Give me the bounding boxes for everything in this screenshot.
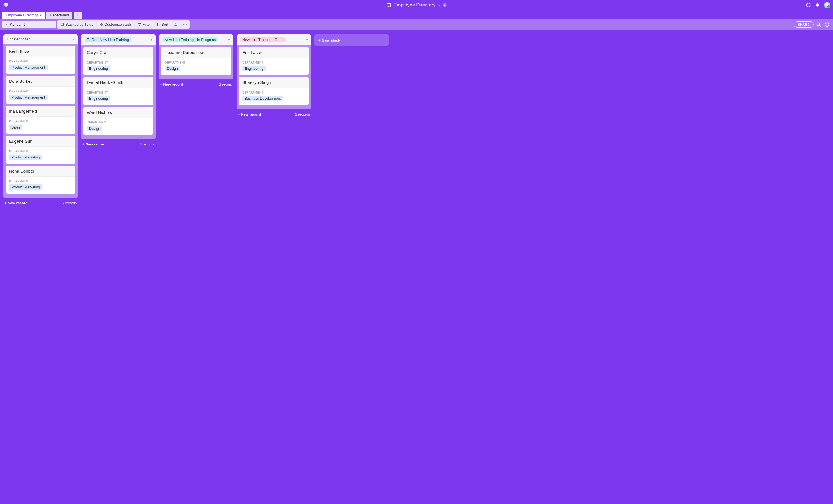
- view-name: Kanban 6: [10, 22, 26, 27]
- sort-icon: [157, 23, 160, 26]
- search-icon[interactable]: [815, 21, 822, 28]
- view-selector[interactable]: ▾ Kanban 6: [2, 21, 56, 28]
- kanban-stack: Uncategorized▾Keith BirzaDEPARTMENTProdu…: [3, 34, 78, 205]
- field-label-department: DEPARTMENT: [9, 90, 72, 93]
- record-card[interactable]: Ward NicholsDEPARTMENTDesign: [84, 107, 153, 135]
- field-label-department: DEPARTMENT: [9, 59, 72, 63]
- svg-line-14: [819, 25, 821, 27]
- help-icon[interactable]: [806, 3, 811, 8]
- card-title: Erik Lasch: [239, 47, 309, 58]
- chevron-down-icon[interactable]: ▾: [229, 38, 230, 41]
- stack-header[interactable]: New Hire Training - Done▾: [237, 34, 311, 45]
- customize-cards-button[interactable]: Customize cards: [97, 20, 135, 28]
- field-label-department: DEPARTMENT: [87, 91, 150, 94]
- tab-department[interactable]: Department: [46, 11, 72, 19]
- chevron-down-icon: ▼: [39, 14, 42, 17]
- stack-footer: + New record2 records: [237, 109, 311, 117]
- new-record-button[interactable]: + New record: [4, 201, 28, 205]
- new-stack-button[interactable]: + New stack: [314, 34, 389, 46]
- new-record-button[interactable]: + New record: [238, 112, 261, 117]
- notifications-icon[interactable]: [815, 3, 820, 8]
- card-title: Sharolyn Singh: [239, 77, 309, 88]
- avatar[interactable]: [824, 2, 830, 8]
- new-record-button[interactable]: + New record: [82, 142, 105, 146]
- chevron-down-icon[interactable]: ▾: [73, 37, 74, 41]
- field-label-department: DEPARTMENT: [242, 91, 305, 94]
- department-chip: Design: [165, 66, 180, 72]
- stack-title: Uncategorized: [7, 37, 30, 41]
- customize-cards-label: Customize cards: [104, 22, 132, 27]
- stack-footer: + New record3 records: [81, 139, 156, 146]
- department-chip: Engineering: [87, 66, 110, 72]
- record-card[interactable]: Sharolyn SinghDEPARTMENTBusiness Develop…: [239, 77, 309, 105]
- stack-cards: Erik LaschDEPARTMENTEngineeringSharolyn …: [237, 45, 311, 107]
- record-count: 5 records: [62, 201, 77, 205]
- department-chip: Business Development: [242, 96, 283, 101]
- department-chip: Engineering: [242, 66, 266, 72]
- filter-label: Filter: [143, 22, 151, 27]
- chevron-down-icon: ▾: [6, 23, 7, 26]
- app-logo-icon[interactable]: [3, 2, 9, 8]
- record-card[interactable]: Daniel Hantz-SmithDEPARTMENTEngineering: [84, 77, 153, 105]
- filter-button[interactable]: Filter: [135, 20, 154, 28]
- record-count: 3 records: [140, 143, 154, 146]
- card-title: Keith Birza: [6, 46, 75, 57]
- record-card[interactable]: Neha CooperDEPARTMENTProduct Marketing: [6, 166, 75, 194]
- department-chip: Sales: [9, 125, 22, 130]
- stack-title: To Do - New Hire Training: [85, 37, 131, 42]
- share-export-button[interactable]: [171, 20, 181, 28]
- card-title: Caryn Graff: [84, 47, 153, 58]
- stack-title: New Hire Training - In Progress: [162, 37, 218, 42]
- card-title: Roxanne Durousseau: [161, 47, 231, 58]
- stacked-by-label: Stacked by To do: [65, 22, 94, 27]
- cards-icon: [99, 23, 103, 26]
- new-record-button[interactable]: + New record: [160, 82, 183, 86]
- more-button[interactable]: [181, 20, 190, 28]
- plus-icon: +: [77, 13, 79, 17]
- toolbar: ▾ Kanban 6 Stacked by To do Customize ca…: [0, 19, 833, 30]
- record-card[interactable]: Erik LaschDEPARTMENTEngineering: [239, 47, 309, 75]
- field-label-department: DEPARTMENT: [87, 61, 150, 64]
- history-icon[interactable]: [824, 21, 831, 28]
- chevron-down-icon[interactable]: ▾: [151, 38, 152, 41]
- stack-header[interactable]: New Hire Training - In Progress▾: [159, 34, 233, 45]
- record-card[interactable]: Eugene SunDEPARTMENTProduct Marketing: [6, 136, 75, 163]
- app-title[interactable]: Employee Directory ▼ i: [386, 2, 447, 8]
- card-title: Eugene Sun: [6, 136, 75, 147]
- svg-rect-8: [100, 25, 101, 26]
- topbar: Employee Directory ▼ i: [0, 0, 833, 10]
- tab-employee-directory[interactable]: Employee Directory ▼: [2, 11, 45, 19]
- tab-add[interactable]: +: [73, 11, 82, 19]
- department-chip: Product Marketing: [9, 154, 42, 160]
- record-card[interactable]: Caryn GraffDEPARTMENTEngineering: [84, 47, 153, 75]
- info-icon[interactable]: i: [443, 3, 447, 7]
- app-title-text: Employee Directory: [394, 2, 435, 8]
- stack-header[interactable]: Uncategorized▾: [3, 34, 78, 44]
- record-card[interactable]: Ina LangenfeldDEPARTMENTSales: [6, 106, 75, 134]
- field-label-department: DEPARTMENT: [87, 121, 150, 124]
- chevron-down-icon: ▼: [438, 4, 441, 7]
- department-chip: Engineering: [87, 96, 110, 101]
- svg-point-12: [186, 24, 187, 25]
- field-label-department: DEPARTMENT: [9, 149, 72, 153]
- card-title: Ina Langenfeld: [6, 106, 75, 117]
- svg-point-13: [816, 23, 819, 25]
- svg-rect-9: [101, 25, 103, 26]
- stacked-by-button[interactable]: Stacked by To do: [57, 20, 97, 28]
- record-card[interactable]: Keith BirzaDEPARTMENTProduct Management: [6, 46, 75, 74]
- card-title: Ward Nichols: [84, 107, 153, 118]
- stack-footer: + New record1 record: [159, 79, 233, 86]
- svg-rect-7: [101, 23, 103, 24]
- record-card[interactable]: Dora BurketDEPARTMENTProduct Management: [6, 76, 75, 104]
- tab-label: Employee Directory: [6, 13, 38, 17]
- chevron-down-icon[interactable]: ▾: [306, 38, 308, 41]
- stack-title: New Hire Training - Done: [240, 37, 286, 42]
- share-button[interactable]: SHARE: [794, 22, 814, 28]
- record-card[interactable]: Roxanne DurousseauDEPARTMENTDesign: [161, 47, 231, 75]
- sort-button[interactable]: Sort: [154, 20, 171, 28]
- share-icon: [174, 23, 177, 26]
- stack-header[interactable]: To Do - New Hire Training▾: [81, 34, 156, 45]
- svg-point-11: [185, 24, 185, 25]
- kanban-board: Uncategorized▾Keith BirzaDEPARTMENTProdu…: [0, 30, 833, 217]
- svg-rect-3: [61, 23, 64, 24]
